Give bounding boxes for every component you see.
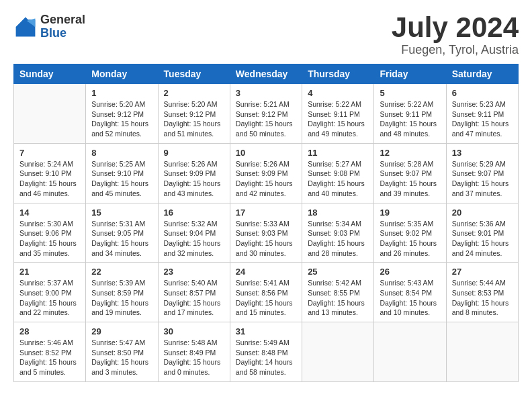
day-number: 29 xyxy=(91,326,152,336)
header-thursday: Thursday xyxy=(302,64,374,84)
table-row: 28Sunrise: 5:46 AMSunset: 8:52 PMDayligh… xyxy=(14,322,86,382)
day-info: Sunrise: 5:30 AMSunset: 9:06 PMDaylight:… xyxy=(19,219,80,259)
table-row: 15Sunrise: 5:31 AMSunset: 9:05 PMDayligh… xyxy=(86,203,158,263)
day-info: Sunrise: 5:41 AMSunset: 8:56 PMDaylight:… xyxy=(236,278,296,318)
calendar-table: SundayMondayTuesdayWednesdayThursdayFrid… xyxy=(13,64,519,382)
day-info: Sunrise: 5:42 AMSunset: 8:55 PMDaylight:… xyxy=(308,278,368,318)
day-number: 15 xyxy=(91,208,152,218)
table-row: 8Sunrise: 5:25 AMSunset: 9:10 PMDaylight… xyxy=(86,143,158,203)
day-number: 26 xyxy=(380,267,440,277)
day-info: Sunrise: 5:35 AMSunset: 9:02 PMDaylight:… xyxy=(380,219,440,259)
logo-icon xyxy=(13,15,38,39)
day-number: 19 xyxy=(380,208,440,218)
table-row: 4Sunrise: 5:22 AMSunset: 9:11 PMDaylight… xyxy=(302,84,374,144)
table-row: 23Sunrise: 5:40 AMSunset: 8:57 PMDayligh… xyxy=(158,263,230,322)
day-number: 30 xyxy=(164,326,224,336)
day-info: Sunrise: 5:26 AMSunset: 9:09 PMDaylight:… xyxy=(164,159,224,199)
day-info: Sunrise: 5:47 AMSunset: 8:50 PMDaylight:… xyxy=(91,338,152,377)
day-number: 28 xyxy=(19,326,80,336)
day-number: 31 xyxy=(236,326,296,336)
day-info: Sunrise: 5:32 AMSunset: 9:04 PMDaylight:… xyxy=(164,219,224,259)
day-number: 6 xyxy=(452,88,513,98)
day-number: 23 xyxy=(164,267,224,277)
day-number: 10 xyxy=(236,148,296,158)
day-info: Sunrise: 5:33 AMSunset: 9:03 PMDaylight:… xyxy=(236,219,296,259)
day-number: 25 xyxy=(308,267,368,277)
day-number: 4 xyxy=(308,88,368,98)
day-number: 3 xyxy=(236,88,296,98)
day-number: 17 xyxy=(236,208,296,218)
day-info: Sunrise: 5:43 AMSunset: 8:54 PMDaylight:… xyxy=(380,278,440,318)
day-info: Sunrise: 5:26 AMSunset: 9:09 PMDaylight:… xyxy=(236,159,296,199)
day-info: Sunrise: 5:44 AMSunset: 8:53 PMDaylight:… xyxy=(452,278,513,318)
day-number: 16 xyxy=(164,208,224,218)
day-info: Sunrise: 5:40 AMSunset: 8:57 PMDaylight:… xyxy=(164,278,224,318)
table-row: 5Sunrise: 5:22 AMSunset: 9:11 PMDaylight… xyxy=(374,84,446,144)
header-monday: Monday xyxy=(86,64,158,84)
day-info: Sunrise: 5:20 AMSunset: 9:12 PMDaylight:… xyxy=(91,99,152,139)
week-row-4: 21Sunrise: 5:37 AMSunset: 9:00 PMDayligh… xyxy=(14,263,519,322)
calendar-body: 1Sunrise: 5:20 AMSunset: 9:12 PMDaylight… xyxy=(14,84,519,382)
table-row: 19Sunrise: 5:35 AMSunset: 9:02 PMDayligh… xyxy=(374,203,446,263)
day-info: Sunrise: 5:49 AMSunset: 8:48 PMDaylight:… xyxy=(236,338,296,377)
day-info: Sunrise: 5:37 AMSunset: 9:00 PMDaylight:… xyxy=(19,278,80,318)
day-info: Sunrise: 5:23 AMSunset: 9:11 PMDaylight:… xyxy=(452,99,513,139)
table-row: 16Sunrise: 5:32 AMSunset: 9:04 PMDayligh… xyxy=(158,203,230,263)
day-info: Sunrise: 5:25 AMSunset: 9:10 PMDaylight:… xyxy=(91,159,152,199)
logo-text: General Blue xyxy=(40,13,85,40)
table-row xyxy=(14,84,86,144)
header-sunday: Sunday xyxy=(14,64,86,84)
day-info: Sunrise: 5:21 AMSunset: 9:12 PMDaylight:… xyxy=(236,99,296,139)
table-row xyxy=(302,322,374,382)
table-row: 21Sunrise: 5:37 AMSunset: 9:00 PMDayligh… xyxy=(14,263,86,322)
header-saturday: Saturday xyxy=(446,64,518,84)
table-row: 10Sunrise: 5:26 AMSunset: 9:09 PMDayligh… xyxy=(230,143,302,203)
day-info: Sunrise: 5:22 AMSunset: 9:11 PMDaylight:… xyxy=(308,99,368,139)
table-row: 11Sunrise: 5:27 AMSunset: 9:08 PMDayligh… xyxy=(302,143,374,203)
table-row: 22Sunrise: 5:39 AMSunset: 8:59 PMDayligh… xyxy=(86,263,158,322)
day-number: 7 xyxy=(19,148,80,158)
table-row: 29Sunrise: 5:47 AMSunset: 8:50 PMDayligh… xyxy=(86,322,158,382)
day-number: 14 xyxy=(19,208,80,218)
day-info: Sunrise: 5:34 AMSunset: 9:03 PMDaylight:… xyxy=(308,219,368,259)
table-row: 20Sunrise: 5:36 AMSunset: 9:01 PMDayligh… xyxy=(446,203,518,263)
table-row: 31Sunrise: 5:49 AMSunset: 8:48 PMDayligh… xyxy=(230,322,302,382)
day-info: Sunrise: 5:31 AMSunset: 9:05 PMDaylight:… xyxy=(91,219,152,259)
day-number: 24 xyxy=(236,267,296,277)
table-row: 9Sunrise: 5:26 AMSunset: 9:09 PMDaylight… xyxy=(158,143,230,203)
day-info: Sunrise: 5:48 AMSunset: 8:49 PMDaylight:… xyxy=(164,338,224,377)
table-row: 2Sunrise: 5:20 AMSunset: 9:12 PMDaylight… xyxy=(158,84,230,144)
day-number: 1 xyxy=(91,88,152,98)
calendar-header: SundayMondayTuesdayWednesdayThursdayFrid… xyxy=(14,64,519,84)
table-row: 24Sunrise: 5:41 AMSunset: 8:56 PMDayligh… xyxy=(230,263,302,322)
week-row-2: 7Sunrise: 5:24 AMSunset: 9:10 PMDaylight… xyxy=(14,143,519,203)
title-section: July 2024 Fuegen, Tyrol, Austria xyxy=(392,13,519,57)
week-row-1: 1Sunrise: 5:20 AMSunset: 9:12 PMDaylight… xyxy=(14,84,519,144)
header-tuesday: Tuesday xyxy=(158,64,230,84)
table-row: 26Sunrise: 5:43 AMSunset: 8:54 PMDayligh… xyxy=(374,263,446,322)
header-wednesday: Wednesday xyxy=(230,64,302,84)
table-row: 27Sunrise: 5:44 AMSunset: 8:53 PMDayligh… xyxy=(446,263,518,322)
table-row: 12Sunrise: 5:28 AMSunset: 9:07 PMDayligh… xyxy=(374,143,446,203)
day-number: 13 xyxy=(452,148,513,158)
day-info: Sunrise: 5:28 AMSunset: 9:07 PMDaylight:… xyxy=(380,159,440,199)
table-row xyxy=(446,322,518,382)
day-number: 11 xyxy=(308,148,368,158)
table-row: 6Sunrise: 5:23 AMSunset: 9:11 PMDaylight… xyxy=(446,84,518,144)
day-number: 18 xyxy=(308,208,368,218)
table-row: 7Sunrise: 5:24 AMSunset: 9:10 PMDaylight… xyxy=(14,143,86,203)
day-number: 21 xyxy=(19,267,80,277)
day-number: 22 xyxy=(91,267,152,277)
page-header: General Blue July 2024 Fuegen, Tyrol, Au… xyxy=(13,13,519,57)
day-info: Sunrise: 5:24 AMSunset: 9:10 PMDaylight:… xyxy=(19,159,80,199)
day-info: Sunrise: 5:39 AMSunset: 8:59 PMDaylight:… xyxy=(91,278,152,318)
days-of-week-row: SundayMondayTuesdayWednesdayThursdayFrid… xyxy=(14,64,519,84)
table-row: 13Sunrise: 5:29 AMSunset: 9:07 PMDayligh… xyxy=(446,143,518,203)
logo-blue-text: Blue xyxy=(40,27,85,40)
logo: General Blue xyxy=(13,13,85,40)
day-info: Sunrise: 5:36 AMSunset: 9:01 PMDaylight:… xyxy=(452,219,513,259)
table-row: 18Sunrise: 5:34 AMSunset: 9:03 PMDayligh… xyxy=(302,203,374,263)
day-number: 20 xyxy=(452,208,513,218)
location-subtitle: Fuegen, Tyrol, Austria xyxy=(392,43,519,57)
table-row: 25Sunrise: 5:42 AMSunset: 8:55 PMDayligh… xyxy=(302,263,374,322)
